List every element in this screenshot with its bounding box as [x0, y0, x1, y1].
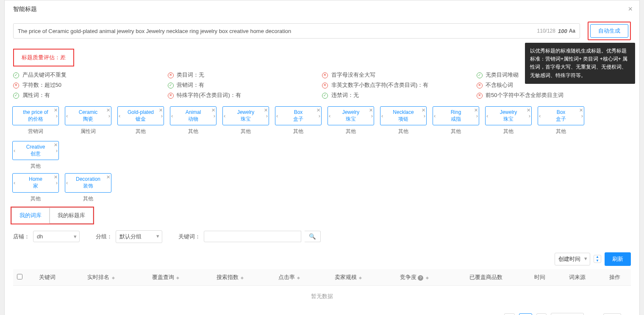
- tag-en-text: Home: [16, 176, 55, 183]
- word-tag[interactable]: ×‹›Jewelry珠宝: [328, 106, 374, 125]
- tag-left-icon[interactable]: ‹: [66, 112, 68, 119]
- word-tag[interactable]: ×‹›Necklace项链: [380, 106, 427, 125]
- tag-right-icon[interactable]: ›: [424, 112, 425, 119]
- tag-category-label: 其他: [31, 195, 41, 202]
- search-icon: 🔍: [309, 233, 316, 240]
- tag-en-text: Ceramic: [69, 109, 108, 116]
- word-tag[interactable]: ×‹›Ring戒指: [433, 106, 479, 125]
- table-header[interactable]: 搜索指数 ◆: [198, 269, 262, 286]
- search-button[interactable]: 🔍: [305, 231, 321, 242]
- word-tag[interactable]: ×‹›Jewelry珠宝: [222, 106, 269, 125]
- help-icon[interactable]: ?: [418, 275, 423, 281]
- table-header[interactable]: 覆盖查询 ◆: [133, 269, 198, 286]
- sort-icon[interactable]: ◆: [241, 276, 244, 280]
- word-tag[interactable]: ×‹›Jewelry珠宝: [485, 106, 532, 125]
- word-tag[interactable]: ×‹›Animal动物: [170, 106, 217, 125]
- tag-left-icon[interactable]: ‹: [381, 112, 383, 119]
- sort-spinner[interactable]: ▲▼: [594, 255, 601, 263]
- sort-icon[interactable]: ◆: [176, 276, 179, 280]
- library-tabs-highlight: 我的词库 我的标题库: [11, 207, 94, 224]
- check-error-icon: ✕: [168, 93, 174, 99]
- title-input[interactable]: [18, 28, 537, 34]
- sort-icon[interactable]: ◆: [359, 276, 362, 280]
- tag-right-icon[interactable]: ›: [266, 112, 268, 119]
- tag-left-icon[interactable]: ‹: [171, 112, 173, 119]
- close-icon[interactable]: ×: [628, 5, 633, 14]
- table-header[interactable]: 竞争度 ? ◆: [380, 269, 448, 286]
- check-error-icon: ✕: [322, 72, 328, 78]
- tag-category-label: 其他: [451, 128, 461, 135]
- word-tag[interactable]: ×›the price of的价格: [12, 106, 59, 125]
- tag-en-text: Creative: [16, 144, 55, 151]
- tag-en-text: Gold-plated: [121, 109, 160, 116]
- tag-left-icon[interactable]: ‹: [329, 112, 330, 119]
- word-tag[interactable]: ×‹›Home家: [12, 173, 59, 192]
- tag-left-icon[interactable]: ‹: [434, 112, 436, 119]
- pager-current[interactable]: 1: [519, 313, 532, 315]
- table-header[interactable]: 实时排名 ◆: [69, 269, 133, 286]
- tag-left-icon[interactable]: ‹: [539, 112, 541, 119]
- word-tag-wrap: ×‹›Jewelry珠宝其他: [328, 106, 374, 135]
- sort-icon[interactable]: ◆: [297, 276, 300, 280]
- tag-left-icon[interactable]: ‹: [224, 112, 225, 119]
- spinner-down-icon[interactable]: ▼: [594, 259, 601, 263]
- refresh-button[interactable]: 刷新: [605, 252, 631, 266]
- shop-select[interactable]: dh: [33, 231, 80, 242]
- tag-left-icon[interactable]: ‹: [14, 180, 15, 187]
- pager-prev-button[interactable]: ‹: [504, 313, 514, 315]
- tag-right-icon[interactable]: ›: [319, 112, 320, 119]
- tag-right-icon[interactable]: ›: [476, 112, 478, 119]
- word-tag-wrap: ×‹›Box盒子其他: [538, 106, 584, 135]
- word-tag[interactable]: ×‹›Box盒子: [538, 106, 584, 125]
- tab-my-words[interactable]: 我的词库: [11, 207, 50, 224]
- tag-remove-icon[interactable]: ×: [106, 173, 110, 181]
- tag-right-icon[interactable]: ›: [56, 147, 58, 154]
- tag-right-icon[interactable]: ›: [581, 112, 583, 119]
- word-tag[interactable]: ×‹›Creative创意: [12, 141, 59, 160]
- word-tag[interactable]: ×‹›Gold-plated镀金: [117, 106, 164, 125]
- tag-right-icon[interactable]: ›: [214, 112, 215, 119]
- check-item: ✕ 字符数：超过50: [13, 80, 168, 90]
- tag-right-icon[interactable]: ›: [161, 112, 163, 119]
- pager-next-button[interactable]: ›: [536, 313, 547, 315]
- tag-right-icon[interactable]: ›: [56, 112, 58, 119]
- select-all-checkbox[interactable]: [17, 274, 22, 279]
- check-item: ✓ 属性词：有: [13, 90, 168, 100]
- sort-select[interactable]: 创建时间: [555, 253, 590, 265]
- keyword-input[interactable]: [204, 231, 301, 242]
- pager-size-select[interactable]: 20 条/页: [551, 313, 584, 315]
- tab-my-titles[interactable]: 我的标题库: [50, 207, 93, 224]
- table-header[interactable]: 点击率 ◆: [262, 269, 316, 286]
- tag-left-icon[interactable]: ‹: [486, 112, 488, 119]
- tag-left-icon[interactable]: ‹: [66, 180, 68, 187]
- tag-right-icon[interactable]: ›: [371, 112, 373, 119]
- tag-right-icon[interactable]: ›: [56, 180, 58, 187]
- tag-en-text: Necklace: [384, 109, 423, 116]
- tag-left-icon[interactable]: ‹: [276, 112, 278, 119]
- keyword-label: 关键词：: [178, 233, 200, 240]
- keyword-table: 关键词实时排名 ◆覆盖查询 ◆搜索指数 ◆点击率 ◆卖家规模 ◆竞争度 ? ◆已…: [13, 269, 631, 307]
- pager-jump-input[interactable]: [603, 313, 621, 315]
- word-tag[interactable]: ×‹›Box盒子: [275, 106, 322, 125]
- tag-en-text: Ring: [436, 109, 475, 116]
- tag-right-icon[interactable]: ›: [529, 112, 530, 119]
- tag-zh-text: 创意: [16, 151, 55, 158]
- sort-icon[interactable]: ◆: [112, 276, 115, 280]
- table-header[interactable]: 卖家规模 ◆: [316, 269, 380, 286]
- word-tag-wrap: ×‹›Ring戒指其他: [433, 106, 479, 135]
- auto-generate-button[interactable]: 自动生成: [590, 24, 628, 38]
- word-tag-wrap: ×›the price of的价格营销词: [12, 106, 59, 135]
- check-ok-icon: ✓: [168, 83, 174, 88]
- tag-en-text: Animal: [174, 109, 213, 116]
- score-icon[interactable]: 100: [558, 28, 567, 34]
- group-select[interactable]: 默认分组: [116, 230, 162, 243]
- tag-left-icon[interactable]: ‹: [119, 112, 120, 119]
- tag-left-icon[interactable]: ‹: [14, 147, 15, 154]
- tag-category-label: 其他: [241, 128, 251, 135]
- word-tag[interactable]: ×‹Decoration装饰: [65, 173, 111, 192]
- case-icon[interactable]: Aa: [569, 28, 575, 34]
- check-item: ✓ 产品关键词不重复: [13, 70, 168, 80]
- sort-icon[interactable]: ◆: [426, 276, 429, 280]
- tag-right-icon[interactable]: ›: [108, 112, 110, 119]
- word-tag[interactable]: ×‹›Ceramic陶瓷: [65, 106, 111, 125]
